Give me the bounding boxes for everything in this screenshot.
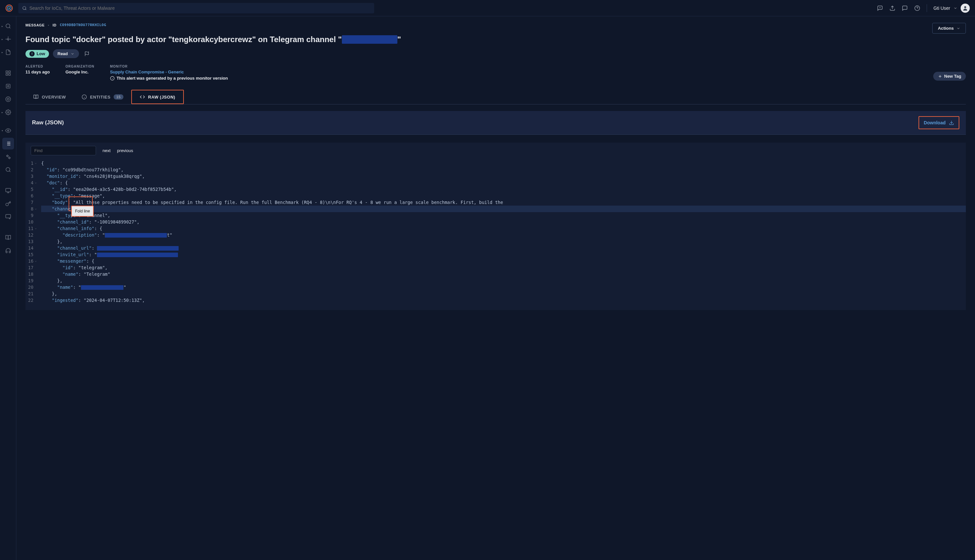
code-line[interactable]: "__type": "channel", [41, 212, 966, 218]
fold-marker[interactable]: ⌵ [35, 180, 37, 185]
separator: • [48, 23, 49, 27]
chevron-down-icon [957, 27, 960, 30]
json-editor[interactable]: 1⌵234⌵5678⌵91011⌵1213141516⌵171819202122… [25, 158, 966, 310]
sidebar-item-book[interactable] [2, 232, 14, 243]
fold-marker[interactable]: ⌵ [35, 161, 37, 165]
line-number: 7 [28, 199, 33, 206]
line-number: 1⌵ [28, 160, 33, 167]
code-line[interactable]: }, [41, 238, 966, 245]
code-line[interactable]: "__id": "eea20ed4-a3c5-428b-b0d2-74bf852… [41, 186, 966, 193]
sidebar-item-find[interactable] [2, 164, 14, 175]
exclamation-icon: ! [29, 51, 35, 57]
svg-point-21 [7, 112, 9, 113]
find-input[interactable] [31, 146, 96, 155]
find-previous-button[interactable]: previous [117, 148, 133, 153]
redacted-value [97, 253, 178, 257]
sidebar-item-list[interactable] [2, 138, 14, 150]
new-tag-button[interactable]: New Tag [933, 72, 966, 81]
sidebar-item-eye[interactable]: ▸ [2, 125, 14, 137]
line-number: 18 [28, 271, 33, 277]
monitor-link[interactable]: Supply Chain Compromise - Generic [110, 70, 228, 74]
search-input[interactable] [29, 5, 370, 11]
tabs: OVERVIEW ENTITIES 15 RAW (JSON) [25, 90, 966, 105]
code-line[interactable]: "invite_url": " [41, 251, 966, 258]
chat-icon[interactable] [902, 5, 908, 11]
code-line[interactable]: "channel_id": "-1001984899027", [41, 218, 966, 225]
code-line[interactable]: "name": "Telegram" [41, 271, 966, 277]
flag-button[interactable] [83, 50, 91, 58]
code-line[interactable]: "description": "t" [41, 232, 966, 238]
line-number: 10 [28, 218, 33, 225]
code-line[interactable]: "id": "telegram", [41, 264, 966, 271]
help-icon[interactable] [914, 5, 920, 11]
svg-rect-17 [6, 84, 10, 88]
redacted-channel-name [342, 35, 397, 44]
line-number: 16⌵ [28, 258, 33, 264]
breadcrumb-id-label: ID [53, 23, 57, 27]
sidebar-item-monitor[interactable] [2, 185, 14, 197]
download-button[interactable]: Download [918, 116, 959, 129]
code-line[interactable]: { [41, 160, 966, 167]
line-number: 9 [28, 212, 33, 218]
code-line[interactable]: }, [41, 277, 966, 284]
tab-overview[interactable]: OVERVIEW [25, 90, 74, 104]
svg-line-32 [9, 171, 10, 172]
sidebar-item-explore[interactable]: ▸ [2, 33, 14, 45]
code-line[interactable]: "messenger": { [41, 258, 966, 264]
find-next-button[interactable]: next [102, 148, 111, 153]
svg-point-31 [6, 167, 10, 171]
fold-marker[interactable]: ⌵ [35, 226, 37, 231]
thinking-icon[interactable] [877, 5, 883, 11]
line-number: 3 [28, 173, 33, 180]
svg-point-3 [23, 6, 26, 9]
entities-count-badge: 15 [114, 94, 123, 100]
raw-json-panel: Raw (JSON) Download next previous 1⌵234⌵… [25, 111, 966, 310]
sidebar-item-search[interactable]: ▸ [2, 20, 14, 32]
code-line[interactable]: "channel": { [41, 206, 966, 212]
sidebar-item-key[interactable] [2, 198, 14, 210]
actions-button[interactable]: Actions [932, 23, 966, 33]
svg-point-2 [8, 8, 10, 9]
svg-point-5 [880, 7, 880, 8]
sidebar-item-graph[interactable] [2, 67, 14, 79]
svg-point-19 [5, 97, 10, 102]
svg-point-29 [7, 155, 8, 157]
code-line[interactable]: "ingested": "2024-04-07T12:50:13Z", [41, 297, 966, 303]
tab-entities[interactable]: ENTITIES 15 [74, 90, 131, 104]
fold-marker[interactable]: ⌵ [35, 207, 37, 211]
code-line[interactable]: "channel_info": { [41, 225, 966, 232]
user-menu[interactable]: Gti User [933, 3, 970, 13]
svg-line-11 [9, 27, 10, 28]
sidebar-item-settings[interactable]: ▸ [2, 107, 14, 118]
code-line[interactable]: "doc": { [41, 180, 966, 186]
code-line[interactable]: "id": "co99dbdtnou77rkhilog", [41, 167, 966, 173]
code-line[interactable]: "name": "" [41, 284, 966, 290]
sidebar-item-target[interactable] [2, 80, 14, 92]
sidebar-item-device[interactable] [2, 211, 14, 223]
breadcrumb: MESSAGE • ID CO99DBDTNOU77RKHILOG [25, 23, 932, 27]
breadcrumb-id-value[interactable]: CO99DBDTNOU77RKHILOG [60, 23, 106, 27]
user-name: Gti User [933, 5, 950, 11]
fold-marker[interactable]: ⌵ [35, 259, 37, 263]
tab-raw-json[interactable]: RAW (JSON) [131, 90, 184, 104]
line-number: 13 [28, 238, 33, 245]
read-status-button[interactable]: Read [53, 49, 79, 58]
sidebar-item-gears[interactable] [2, 151, 14, 163]
code-line[interactable]: }, [41, 290, 966, 297]
sidebar-item-docs[interactable]: ▸ [2, 46, 14, 58]
fold-line-tooltip: Fold line [71, 206, 94, 217]
sidebar-item-headset[interactable] [2, 245, 14, 257]
code-line[interactable]: "monitor_id": "cns4s28j8tguak38qrqg", [41, 173, 966, 180]
code-line[interactable]: "channel_url": [41, 245, 966, 251]
line-number: 11⌵ [28, 225, 33, 232]
svg-point-37 [9, 218, 10, 219]
logo [5, 4, 13, 12]
page-title: Found topic "docker" posted by actor "te… [25, 35, 932, 44]
code-line[interactable]: "body": "All these properties need to be… [41, 199, 966, 206]
search-container[interactable] [18, 3, 374, 13]
svg-rect-13 [6, 71, 8, 72]
line-number: 12 [28, 232, 33, 238]
sidebar-item-shield[interactable] [2, 93, 14, 105]
code-line[interactable]: "__type": "message", [41, 193, 966, 199]
upload-icon[interactable] [890, 5, 895, 11]
